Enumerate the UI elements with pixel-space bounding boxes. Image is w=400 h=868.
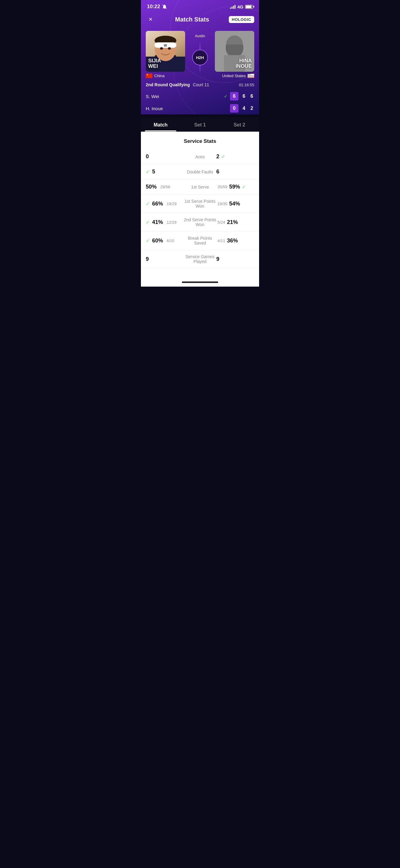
current-score-inoue: 0 bbox=[230, 104, 238, 113]
left-check-sspw: ✓ bbox=[146, 219, 150, 225]
stat-label-fspw: 1st Serve Points Won bbox=[183, 199, 216, 209]
svg-text:★★★★★★: ★★★★★★ bbox=[248, 74, 254, 76]
stat-left-double-faults: ✓ 5 bbox=[146, 168, 183, 175]
stat-row-bps: ✓ 60% 6/10 Break Points Saved 36% 4/11 bbox=[141, 231, 259, 250]
nav-bar: × Match Stats HOLOGIC bbox=[141, 12, 259, 28]
score-sets-inoue: 0 4 2 bbox=[230, 104, 254, 113]
right-check-aces: ✓ bbox=[221, 154, 225, 159]
tab-set2[interactable]: Set 2 bbox=[220, 117, 259, 131]
stat-row-aces: 0 Aces ✓ 2 bbox=[141, 149, 259, 164]
svg-point-8 bbox=[160, 47, 163, 50]
stat-right-bps: 36% 4/11 bbox=[217, 238, 254, 244]
svg-text:W: W bbox=[164, 43, 167, 47]
player-right-name: HINA INOUE bbox=[235, 58, 252, 69]
set2-score-wei: 6 bbox=[249, 94, 254, 99]
stat-left-first-serve: 50% 29/58 bbox=[146, 184, 183, 190]
win-check-wei: ✓ bbox=[224, 94, 228, 99]
stat-label-sspw: 2nd Serve Points Won bbox=[183, 217, 216, 227]
svg-point-9 bbox=[168, 47, 171, 50]
status-right: 4G bbox=[230, 4, 253, 9]
svg-rect-18 bbox=[248, 76, 254, 77]
score-table: S. Wei ✓ 6 6 6 H. Inoue 0 4 2 bbox=[141, 90, 259, 115]
score-player-inoue: H. Inoue bbox=[146, 106, 230, 111]
set1-score-inoue: 4 bbox=[241, 105, 246, 111]
score-player-wei: S. Wei bbox=[146, 94, 224, 99]
set2-score-inoue: 2 bbox=[249, 105, 254, 111]
tab-set1[interactable]: Set 1 bbox=[180, 117, 220, 131]
player-left-country-row: China bbox=[146, 73, 191, 78]
score-row-wei: S. Wei ✓ 6 6 6 bbox=[146, 90, 254, 102]
china-flag-icon bbox=[146, 73, 152, 78]
center-column: Austin H2H bbox=[191, 31, 208, 74]
player-left-photo: W SIJIA WEI bbox=[146, 31, 185, 72]
current-score-wei: 6 bbox=[230, 92, 238, 100]
player-right-photo: HINA INOUE bbox=[215, 31, 254, 72]
score-sets-wei: 6 6 6 bbox=[230, 92, 254, 100]
venue-name: Austin bbox=[195, 34, 205, 38]
battery-icon bbox=[245, 5, 253, 9]
stat-left-aces: 0 bbox=[146, 153, 183, 160]
left-check-fspw: ✓ bbox=[146, 201, 150, 207]
stats-section: Service Stats 0 Aces ✓ 2 ✓ 5 Double Faul… bbox=[141, 132, 259, 275]
players-section: W SIJIA WEI China Austin bbox=[141, 28, 259, 78]
stat-left-sspw: ✓ 41% 12/29 bbox=[146, 219, 183, 225]
close-button[interactable]: × bbox=[146, 14, 155, 24]
tab-match[interactable]: Match bbox=[141, 117, 180, 131]
stat-left-fspw: ✓ 66% 19/29 bbox=[146, 200, 183, 207]
stat-row-second-serve-pts: ✓ 41% 12/29 2nd Serve Points Won 21% 5/2… bbox=[141, 213, 259, 231]
status-time: 10:22 bbox=[147, 4, 167, 10]
player-right-country-row: United States ★★★★★★ bbox=[222, 73, 254, 78]
match-duration: 01:16:55 bbox=[239, 83, 254, 87]
stat-right-fspw: 54% 19/35 bbox=[217, 200, 254, 207]
stat-right-double-faults: 6 bbox=[217, 168, 254, 175]
score-row-inoue: H. Inoue 0 4 2 bbox=[146, 102, 254, 115]
stats-title: Service Stats bbox=[141, 132, 259, 149]
player-left-name: SIJIA WEI bbox=[148, 58, 161, 69]
stat-row-sgp: 9 Service Games Played 9 bbox=[141, 250, 259, 269]
home-indicator-bar bbox=[182, 281, 218, 283]
sponsor-logo: HOLOGIC bbox=[229, 16, 254, 23]
stat-right-first-serve: ✓ 59% 35/59 bbox=[217, 184, 254, 190]
set1-score-wei: 6 bbox=[241, 94, 246, 99]
home-indicator bbox=[141, 275, 259, 287]
stat-right-aces: ✓ 2 bbox=[217, 153, 254, 160]
stat-left-sgp: 9 bbox=[146, 256, 183, 262]
player-left-card: W SIJIA WEI China bbox=[146, 31, 191, 78]
page-title: Match Stats bbox=[175, 16, 209, 23]
stat-label-bps: Break Points Saved bbox=[183, 236, 216, 245]
right-check-fs: ✓ bbox=[242, 184, 246, 190]
stat-label-aces: Aces bbox=[183, 154, 216, 159]
player-right-card: HINA INOUE United States bbox=[209, 31, 254, 78]
h2h-line-bottom bbox=[200, 65, 200, 74]
stat-row-first-serve: 50% 29/58 1st Serve ✓ 59% 35/59 bbox=[141, 180, 259, 195]
notification-muted-icon bbox=[162, 4, 167, 9]
h2h-button[interactable]: H2H bbox=[192, 50, 208, 65]
stat-label-sgp: Service Games Played bbox=[183, 254, 216, 264]
stat-row-first-serve-pts: ✓ 66% 19/29 1st Serve Points Won 54% 19/… bbox=[141, 195, 259, 213]
us-flag-icon: ★★★★★★ bbox=[248, 73, 254, 78]
svg-rect-17 bbox=[248, 76, 254, 76]
stat-right-sgp: 9 bbox=[217, 256, 254, 262]
signal-icon bbox=[230, 4, 235, 9]
stat-label-first-serve: 1st Serve bbox=[183, 185, 216, 189]
left-check-df: ✓ bbox=[146, 169, 150, 175]
match-info-row: 2nd Round Qualifying Court 11 01:16:55 bbox=[141, 78, 259, 90]
svg-rect-19 bbox=[248, 78, 254, 78]
left-check-bps: ✓ bbox=[146, 238, 150, 244]
status-bar: 10:22 4G bbox=[141, 0, 259, 12]
tabs-bar: Match Set 1 Set 2 bbox=[141, 117, 259, 132]
match-round: 2nd Round Qualifying Court 11 bbox=[146, 82, 209, 87]
stat-left-bps: ✓ 60% 6/10 bbox=[146, 238, 183, 244]
stat-label-double-faults: Double Faults bbox=[183, 169, 216, 174]
stat-right-sspw: 21% 5/24 bbox=[217, 219, 254, 225]
stat-row-double-faults: ✓ 5 Double Faults 6 bbox=[141, 164, 259, 180]
svg-rect-16 bbox=[248, 75, 254, 76]
h2h-line-top bbox=[200, 40, 200, 50]
